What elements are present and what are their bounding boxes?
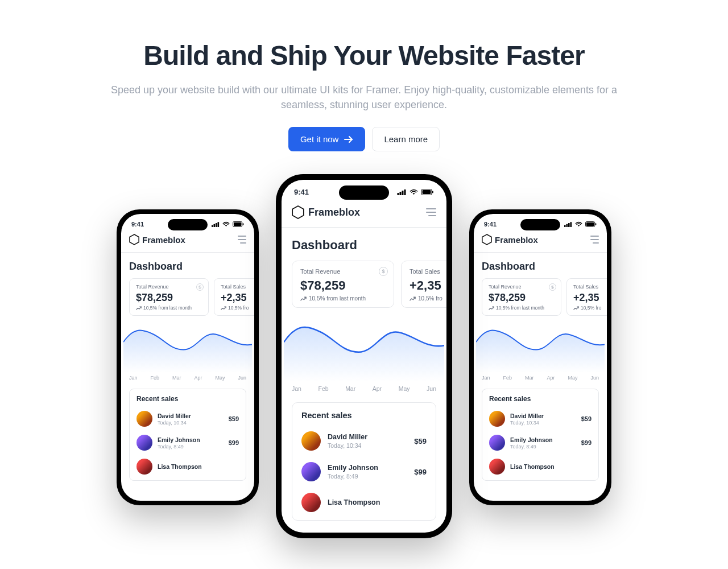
revenue-value: $78,259 xyxy=(300,278,386,293)
svg-marker-8 xyxy=(130,234,139,245)
sale-row: Lisa Thompson xyxy=(301,489,427,520)
svg-rect-4 xyxy=(218,222,220,227)
trend-up-icon xyxy=(136,306,142,310)
sale-amount: $59 xyxy=(581,415,592,422)
month-label: Feb xyxy=(318,385,328,392)
month-label: May xyxy=(215,375,225,381)
stat-cards: $ Total Revenue $78,259 10,5% from last … xyxy=(282,261,446,308)
svg-marker-24 xyxy=(292,206,304,218)
sale-name: Lisa Thompson xyxy=(328,498,427,506)
sale-row: Emily Johnson Today, 8:49 $99 xyxy=(301,459,427,489)
month-label: Feb xyxy=(503,375,512,381)
dollar-icon: $ xyxy=(196,283,204,291)
avatar xyxy=(136,411,152,427)
svg-rect-15 xyxy=(595,223,597,225)
sales-value: +2,35 xyxy=(573,292,607,304)
avatar xyxy=(489,411,505,427)
svg-rect-14 xyxy=(586,222,594,226)
svg-rect-23 xyxy=(432,191,433,193)
avatar xyxy=(136,459,152,475)
status-time: 9:41 xyxy=(131,221,144,228)
sales-card: Total Sales +2,35 10,5% fro xyxy=(401,261,446,308)
sales-label: Total Sales xyxy=(221,284,254,290)
recent-sales-title: Recent sales xyxy=(136,395,239,403)
svg-rect-20 xyxy=(404,189,406,195)
brand: Frameblox xyxy=(292,205,360,219)
sale-time: Today, 8:49 xyxy=(510,444,576,450)
trend-up-icon xyxy=(300,296,307,301)
sales-card: Total Sales +2,35 10,5% fro xyxy=(566,278,607,316)
phone-center: 9:41 Frameblox Das xyxy=(276,174,452,538)
hexagon-icon xyxy=(482,234,492,245)
sales-sub: 10,5% fro xyxy=(573,305,607,311)
hamburger-icon[interactable] xyxy=(238,236,246,244)
phones-showcase: 9:41 Frameblox Das xyxy=(0,174,728,569)
chart-months: Jan Feb Mar Apr May Jun xyxy=(282,382,446,392)
learn-more-label: Learn more xyxy=(384,134,428,144)
trend-up-icon xyxy=(573,306,579,310)
trend-up-icon xyxy=(221,306,226,310)
sale-amount: $99 xyxy=(414,468,427,476)
recent-sales-panel: Recent sales David Miller Today, 10:34 $… xyxy=(482,389,599,481)
revenue-label: Total Revenue xyxy=(136,284,202,290)
svg-rect-9 xyxy=(564,225,566,227)
hamburger-icon[interactable] xyxy=(426,208,436,216)
month-label: Apr xyxy=(547,375,555,381)
status-icons xyxy=(212,221,244,227)
app-header: Frameblox xyxy=(121,229,254,253)
status-icons xyxy=(397,189,434,195)
avatar xyxy=(301,431,321,451)
avatar xyxy=(136,435,152,451)
brand-label: Frameblox xyxy=(495,235,538,245)
revenue-label: Total Revenue xyxy=(489,284,555,290)
hexagon-icon xyxy=(129,234,139,245)
revenue-card: $ Total Revenue $78,259 10,5% from last … xyxy=(129,278,209,316)
brand: Frameblox xyxy=(482,234,538,245)
sale-name: Emily Johnson xyxy=(510,436,576,443)
sale-row: David Miller Today, 10:34 $59 xyxy=(136,409,239,432)
sale-row: Emily Johnson Today, 8:49 $99 xyxy=(136,432,239,456)
sale-name: Emily Johnson xyxy=(158,436,224,443)
svg-rect-22 xyxy=(423,190,431,194)
sale-time: Today, 8:49 xyxy=(158,444,224,450)
month-label: Jan xyxy=(292,385,301,392)
app-header: Frameblox xyxy=(474,229,607,253)
sale-time: Today, 10:34 xyxy=(158,420,224,426)
sales-label: Total Sales xyxy=(573,284,607,290)
month-label: Jan xyxy=(482,375,490,381)
sale-name: Lisa Thompson xyxy=(158,463,239,470)
hamburger-icon[interactable] xyxy=(590,236,599,244)
line-chart xyxy=(123,316,252,373)
svg-rect-10 xyxy=(566,224,568,226)
revenue-label: Total Revenue xyxy=(300,268,386,275)
svg-rect-2 xyxy=(214,224,216,226)
get-it-now-label: Get it now xyxy=(300,134,339,144)
sale-time: Today, 8:49 xyxy=(328,473,407,480)
revenue-card: $ Total Revenue $78,259 10,5% from last … xyxy=(292,261,394,308)
sales-value: +2,35 xyxy=(410,278,446,293)
get-it-now-button[interactable]: Get it now xyxy=(288,127,366,151)
sale-time: Today, 10:34 xyxy=(328,442,407,449)
arrow-right-icon xyxy=(344,136,353,143)
learn-more-button[interactable]: Learn more xyxy=(372,127,440,151)
stat-cards: $ Total Revenue $78,259 10,5% from last … xyxy=(474,278,607,316)
sale-name: David Miller xyxy=(328,433,407,441)
status-time: 9:41 xyxy=(294,188,309,196)
sale-amount: $99 xyxy=(581,439,592,446)
stat-cards: $ Total Revenue $78,259 10,5% from last … xyxy=(121,278,254,316)
avatar xyxy=(489,435,505,451)
hero-subtitle: Speed up your website build with our ult… xyxy=(102,83,626,112)
svg-rect-11 xyxy=(568,223,570,227)
page-title: Dashboard xyxy=(121,253,254,278)
sales-value: +2,35 xyxy=(221,292,254,304)
month-label: May xyxy=(399,385,410,392)
svg-rect-18 xyxy=(400,192,402,195)
recent-sales-title: Recent sales xyxy=(489,395,592,403)
revenue-card: $ Total Revenue $78,259 10,5% from last … xyxy=(482,278,561,316)
svg-rect-12 xyxy=(570,222,572,227)
chart-months: Jan Feb Mar Apr May Jun xyxy=(121,373,254,381)
sale-amount: $59 xyxy=(229,415,239,422)
avatar xyxy=(301,493,321,512)
sale-name: David Miller xyxy=(158,413,224,419)
sale-amount: $59 xyxy=(414,437,427,446)
